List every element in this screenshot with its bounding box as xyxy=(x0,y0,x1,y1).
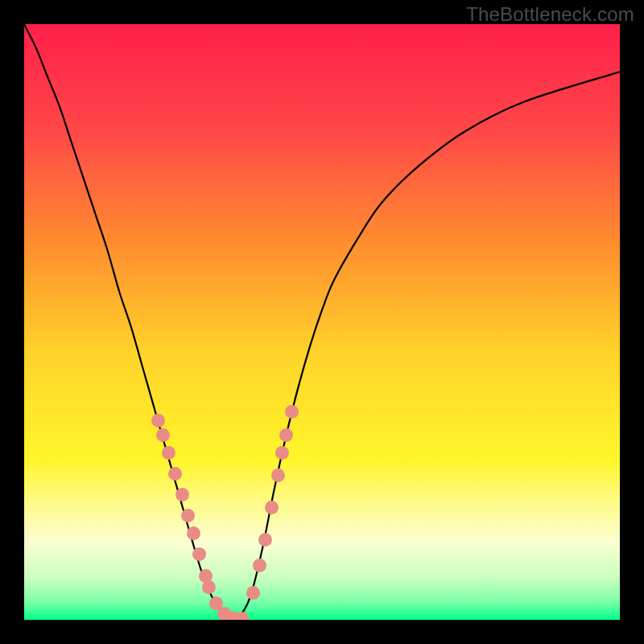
valley-curve xyxy=(24,24,620,620)
overlay-marker xyxy=(192,547,206,561)
overlay-marker xyxy=(202,580,216,594)
watermark-text: TheBottleneck.com xyxy=(466,3,634,26)
overlay-marker xyxy=(258,533,272,547)
overlay-marker xyxy=(175,488,189,502)
overlay-marker xyxy=(235,612,249,620)
plot-area xyxy=(24,24,620,620)
overlay-marker xyxy=(181,509,195,522)
overlay-marker xyxy=(187,526,200,540)
overlay-marker xyxy=(265,501,279,514)
chart-frame: TheBottleneck.com xyxy=(0,0,644,644)
overlay-marker xyxy=(156,428,170,442)
overlay-marker xyxy=(253,559,266,572)
overlay-marker xyxy=(151,414,165,427)
overlay-marker xyxy=(285,405,299,419)
